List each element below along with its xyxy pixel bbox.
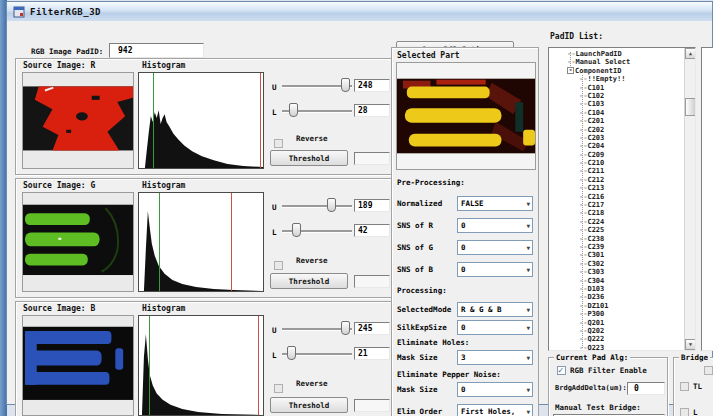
title-bar[interactable]: FilterRGB_3D (7, 2, 712, 21)
sns-of-b-select[interactable]: 0 ▼ (457, 262, 533, 277)
l-slider-thumb-g[interactable] (292, 223, 301, 237)
selected-part-picture (397, 63, 535, 169)
tree-item[interactable]: --C204 (549, 142, 684, 150)
sns-of-g-row: SNS of G 0 ▼ (397, 240, 533, 255)
tree-scrollbar[interactable]: ▲ ▼ (684, 48, 695, 350)
tree-item-label: Q222 (587, 335, 604, 343)
tree-item[interactable]: --D236 (549, 293, 684, 301)
histogram-b-upper-line (258, 316, 259, 415)
tree-item[interactable]: --P300 (549, 310, 684, 318)
collapse-icon[interactable]: - (567, 67, 574, 74)
l-slider-thumb-b[interactable] (287, 346, 296, 360)
source-image-b-picture (23, 316, 133, 415)
tree-item[interactable]: --C303 (549, 268, 684, 276)
u-slider-thumb-r[interactable] (341, 78, 350, 92)
l-slider-r[interactable] (282, 106, 352, 115)
reverse-checkbox-b[interactable] (274, 384, 283, 393)
bridge-l-row: L (680, 408, 698, 416)
rgb-filter-enable-checkbox[interactable] (557, 366, 566, 375)
tree-item[interactable]: --C211 (549, 167, 684, 175)
bridge-l-checkbox[interactable] (680, 408, 689, 416)
tree-item[interactable]: --!!Empty!! (549, 75, 684, 83)
u-slider-r[interactable] (282, 81, 352, 90)
l-value-field-r[interactable]: 28 (354, 104, 390, 117)
sns-of-r-select[interactable]: 0 ▼ (457, 218, 533, 233)
scroll-up-icon[interactable]: ▲ (685, 48, 696, 59)
tree-item[interactable]: --D103 (549, 285, 684, 293)
bridge-title: Bridge (679, 353, 710, 362)
tree-item[interactable]: --C213 (549, 184, 684, 192)
tree-item[interactable]: -ComponentID (549, 67, 684, 75)
tree-item[interactable]: --Q223 (549, 344, 684, 351)
elim-order-select[interactable]: First Holes, ▼ (457, 404, 533, 416)
l-slider-b[interactable] (282, 349, 352, 358)
scroll-down-icon[interactable]: ▼ (685, 339, 696, 350)
tree-item[interactable]: --C218 (549, 209, 684, 217)
tree-item[interactable]: --C201 (549, 117, 684, 125)
brdg-add-delta-field[interactable]: 0 (627, 382, 665, 395)
l-value-r: 28 (358, 106, 368, 115)
u-slider-b[interactable] (282, 324, 352, 333)
l-slider-g[interactable] (282, 226, 352, 235)
tree-item-label: C201 (587, 117, 604, 125)
selected-mode-select[interactable]: R & G & B ▼ (457, 302, 533, 317)
current-pad-alg-group: Current Pad Alg: RGB Filter Enable BrdgA… (548, 357, 668, 416)
tree-item[interactable]: --C225 (549, 226, 684, 234)
tree-item[interactable]: --C304 (549, 277, 684, 285)
scrollbar-thumb[interactable] (685, 98, 696, 116)
tree-item[interactable]: --Q202 (549, 327, 684, 335)
threshold-button-r[interactable]: Threshold (270, 150, 348, 166)
tree-item[interactable]: --LaunchPadID (549, 50, 684, 58)
tree-item-label: C302 (587, 260, 604, 268)
histogram-r-label: Histogram (142, 61, 185, 70)
reverse-checkbox-g[interactable] (274, 261, 283, 270)
l-label-g: L (272, 228, 277, 237)
tree-item[interactable]: --DZ101 (549, 302, 684, 310)
normalized-select[interactable]: FALSE ▼ (457, 196, 533, 211)
tree-item[interactable]: --C224 (549, 218, 684, 226)
tree-item[interactable]: --C103 (549, 100, 684, 108)
holes-mask-size-select[interactable]: 3 ▼ (457, 350, 533, 365)
threshold-button-g[interactable]: Threshold (270, 273, 348, 289)
tree-item[interactable]: --C203 (549, 134, 684, 142)
l-value-field-b[interactable]: 21 (354, 347, 390, 360)
threshold-button-b[interactable]: Threshold (270, 397, 348, 413)
sns-of-b-row: SNS of B 0 ▼ (397, 262, 533, 277)
u-slider-g[interactable] (282, 201, 352, 210)
tree-item[interactable]: --C101 (549, 84, 684, 92)
sns-of-g-value: 0 (461, 243, 466, 252)
u-value-field-g[interactable]: 189 (354, 199, 390, 212)
tree-item[interactable]: --C217 (549, 201, 684, 209)
sns-of-g-select[interactable]: 0 ▼ (457, 240, 533, 255)
u-value-b: 245 (358, 324, 372, 333)
pepper-mask-size-select[interactable]: 0 ▼ (457, 382, 533, 397)
tree-item-label: C211 (587, 167, 604, 175)
tree-item[interactable]: --C212 (549, 176, 684, 184)
silk-exp-size-select[interactable]: 0 ▼ (457, 320, 533, 335)
u-value-field-r[interactable]: 248 (354, 79, 390, 92)
tree-item[interactable]: --C104 (549, 109, 684, 117)
pad-id-field[interactable]: 942 (109, 43, 204, 58)
tree-item[interactable]: --C301 (549, 251, 684, 259)
tree-item[interactable]: --C239 (549, 243, 684, 251)
tree-item[interactable]: --Q222 (549, 335, 684, 343)
u-slider-thumb-b[interactable] (341, 321, 350, 335)
u-slider-thumb-g[interactable] (327, 198, 336, 212)
histogram-g (138, 192, 264, 292)
l-value-field-g[interactable]: 42 (354, 224, 390, 237)
tree-item[interactable]: --C216 (549, 193, 684, 201)
tree-item[interactable]: --C209 (549, 151, 684, 159)
tree-item[interactable]: --C210 (549, 159, 684, 167)
tree-item-label: Q202 (587, 327, 604, 335)
bridge-partial-checkbox[interactable] (704, 366, 713, 375)
tree-item[interactable]: --C102 (549, 92, 684, 100)
tree-item[interactable]: --C238 (549, 235, 684, 243)
l-slider-thumb-r[interactable] (289, 103, 298, 117)
tree-item[interactable]: --C202 (549, 126, 684, 134)
selected-part-label: Selected Part (397, 51, 460, 60)
tree-item[interactable]: --C302 (549, 260, 684, 268)
reverse-checkbox-r[interactable] (274, 139, 283, 148)
tree-item[interactable]: --Q201 (549, 319, 684, 327)
bridge-tl-checkbox[interactable] (680, 382, 689, 391)
u-value-field-b[interactable]: 245 (354, 322, 390, 335)
